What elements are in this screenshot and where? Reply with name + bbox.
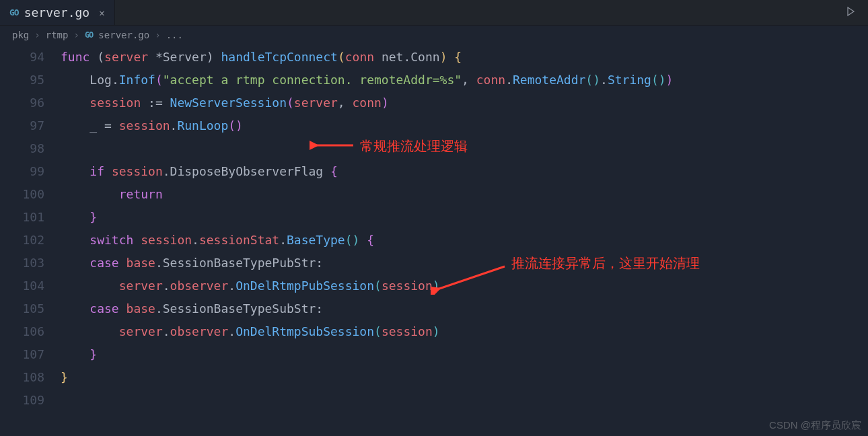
go-file-icon: GO <box>85 30 93 40</box>
watermark: CSDN @程序员欣宸 <box>769 419 861 432</box>
chevron-right-icon: › <box>73 30 79 40</box>
line-number-gutter: 94 95 96 97 98 99 100 101 102 103 104 10… <box>0 46 61 412</box>
code-line[interactable]: } <box>61 366 868 389</box>
line-number: 96 <box>0 92 44 114</box>
annotation-arrow-icon <box>310 139 357 152</box>
line-number: 103 <box>0 252 44 275</box>
chevron-right-icon: › <box>155 30 160 40</box>
code-editor[interactable]: 94 95 96 97 98 99 100 101 102 103 104 10… <box>0 44 868 412</box>
line-number: 100 <box>0 183 44 206</box>
chevron-right-icon: › <box>34 30 40 40</box>
annotation-2: 推流连接异常后，这里开始清理 <box>511 254 700 272</box>
annotation-1: 常规推流处理逻辑 <box>360 137 468 155</box>
breadcrumb-pkg[interactable]: pkg <box>12 30 29 40</box>
code-line[interactable]: func (server *Server) handleTcpConnect(c… <box>61 46 868 69</box>
code-line[interactable]: _ = session.RunLoop() <box>61 114 868 137</box>
line-number: 98 <box>0 137 44 160</box>
line-number: 94 <box>0 46 44 69</box>
code-line[interactable] <box>61 389 868 412</box>
breadcrumb-file[interactable]: server.go <box>98 30 149 40</box>
line-number: 97 <box>0 114 44 137</box>
line-number: 109 <box>0 389 44 412</box>
line-number: 99 <box>0 160 44 183</box>
code-line[interactable]: server.observer.OnDelRtmpSubSession(sess… <box>61 320 868 343</box>
line-number: 108 <box>0 366 44 389</box>
code-line[interactable]: switch session.sessionStat.BaseType() { <box>61 229 868 252</box>
line-number: 106 <box>0 320 44 343</box>
code-line[interactable]: Log.Infof("accept a rtmp connection. rem… <box>61 69 868 92</box>
code-line[interactable]: } <box>61 343 868 366</box>
line-number: 105 <box>0 297 44 320</box>
line-number: 107 <box>0 343 44 366</box>
breadcrumb-rtmp[interactable]: rtmp <box>46 30 69 40</box>
line-number: 101 <box>0 206 44 229</box>
run-icon[interactable] <box>845 5 856 20</box>
code-content[interactable]: func (server *Server) handleTcpConnect(c… <box>61 46 868 412</box>
code-line[interactable]: session := NewServerSession(server, conn… <box>61 92 868 114</box>
svg-line-1 <box>437 266 505 289</box>
breadcrumb-more[interactable]: ... <box>166 30 183 40</box>
go-file-icon: GO <box>9 7 19 17</box>
line-number: 104 <box>0 275 44 297</box>
code-line[interactable]: if session.DisposeByObserverFlag { <box>61 160 868 183</box>
tab-bar: GO server.go ✕ <box>0 0 868 26</box>
code-line[interactable]: return <box>61 183 868 206</box>
code-line[interactable]: case base.SessionBaseTypeSubStr: <box>61 297 868 320</box>
line-number: 95 <box>0 69 44 92</box>
close-icon[interactable]: ✕ <box>99 7 104 18</box>
tab-server-go[interactable]: GO server.go ✕ <box>0 0 115 25</box>
code-line[interactable]: } <box>61 206 868 229</box>
breadcrumb[interactable]: pkg › rtmp › GO server.go › ... <box>0 26 868 44</box>
tab-filename: server.go <box>24 5 90 20</box>
annotation-arrow-icon <box>431 261 511 295</box>
line-number: 102 <box>0 229 44 252</box>
